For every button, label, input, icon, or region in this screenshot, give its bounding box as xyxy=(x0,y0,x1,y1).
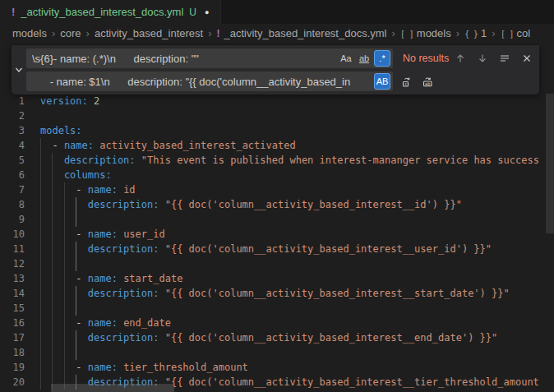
regex-button[interactable]: .* xyxy=(374,50,390,67)
code-line[interactable]: 1version: 2 xyxy=(0,94,554,108)
line-content: - name: tier_threshold_amount xyxy=(40,360,248,375)
breadcrumb-item-6[interactable]: [ ]col xyxy=(501,27,531,39)
breadcrumb-item-5[interactable]: { }1 xyxy=(464,27,487,39)
selection-lines-icon xyxy=(499,53,510,64)
code-line[interactable]: 19- name: tier_threshold_amount xyxy=(0,360,554,375)
line-number: 7 xyxy=(0,182,40,197)
indent-guide xyxy=(52,182,63,197)
arrow-up-icon xyxy=(455,53,466,64)
indent-guide xyxy=(76,330,87,345)
indent-guide xyxy=(76,242,87,256)
code-token: "{{ doc('column__activity_based_interest… xyxy=(165,288,510,299)
horizontal-scrollbar[interactable] xyxy=(51,384,174,392)
line-number: 3 xyxy=(0,123,40,138)
indent-guide xyxy=(52,286,63,301)
indent-guide xyxy=(52,360,63,375)
symbol-icon: [ ] xyxy=(400,29,413,39)
svg-text:ab: ab xyxy=(425,81,431,85)
code-line[interactable]: 17description: "{{ doc('column__activity… xyxy=(0,330,554,345)
indent-guide xyxy=(76,212,87,227)
line-content: - name: user_id xyxy=(40,227,165,242)
replace-button[interactable]: c xyxy=(399,73,415,90)
line-content: description: "{{ doc('column__activity_b… xyxy=(40,330,497,345)
code-line[interactable]: 18 xyxy=(0,345,554,360)
replace-input[interactable]: - name: $1\n description: "{{ doc('colum… xyxy=(26,71,393,91)
breadcrumb-item-4[interactable]: [ ]models xyxy=(400,27,451,39)
code-line[interactable]: 8description: "{{ doc('column__activity_… xyxy=(0,197,554,212)
arrow-down-icon xyxy=(477,53,488,64)
toggle-replace-button[interactable] xyxy=(12,48,26,91)
find-previous-button[interactable] xyxy=(452,50,469,67)
indent-guide xyxy=(40,360,52,375)
find-next-button[interactable] xyxy=(474,50,491,67)
indent-guide xyxy=(52,256,63,271)
vertical-scrollbar[interactable] xyxy=(546,94,554,233)
indent-guide xyxy=(40,153,52,168)
breadcrumb-item-1[interactable]: core xyxy=(60,27,81,39)
replace-row: - name: $1\n description: "{{ doc('colum… xyxy=(26,71,535,91)
line-content: description: "{{ doc('column__activity_b… xyxy=(40,242,492,256)
replace-all-button[interactable]: ab xyxy=(420,73,436,90)
line-number: 4 xyxy=(0,138,40,153)
code-line[interactable]: 10- name: user_id xyxy=(0,227,554,242)
preserve-case-button[interactable]: AB xyxy=(374,73,390,90)
indent-guide xyxy=(64,316,76,330)
line-number: 16 xyxy=(0,316,40,330)
breadcrumb-label: models xyxy=(12,27,47,39)
breadcrumb-separator: › xyxy=(456,27,459,39)
code-token: name: xyxy=(88,273,118,284)
code-line[interactable]: 7- name: id xyxy=(0,182,554,197)
code-line[interactable]: 5description: "This event is published w… xyxy=(0,153,554,168)
code-token: description: xyxy=(64,154,136,166)
indent-guide xyxy=(40,330,52,345)
code-token: models: xyxy=(40,125,82,136)
line-number: 15 xyxy=(0,301,40,316)
indent-guide xyxy=(64,242,76,256)
code-line[interactable]: 9 xyxy=(0,212,554,227)
line-number: 11 xyxy=(0,242,40,256)
code-line[interactable]: 6columns: xyxy=(0,168,554,182)
vscode-window: ! _activity_based_interest_docs.yml U ● … xyxy=(0,0,554,392)
indent-guide xyxy=(40,212,52,227)
code-line[interactable]: 2 xyxy=(0,108,554,123)
indent-guide xyxy=(52,316,63,330)
indent-guide xyxy=(76,345,87,360)
indent-guide xyxy=(76,301,87,316)
find-in-selection-button[interactable] xyxy=(496,50,513,67)
breadcrumb-item-2[interactable]: activity_based_interest xyxy=(95,27,203,39)
code-token: "{{ doc('column__activity_based_interest… xyxy=(165,243,492,255)
close-find-button[interactable] xyxy=(519,50,535,67)
code-line[interactable]: 13- name: start_date xyxy=(0,271,554,286)
code-line[interactable]: 14description: "{{ doc('column__activity… xyxy=(0,286,554,301)
code-token: "{{ doc('column__activity_based_interest… xyxy=(165,376,539,388)
replace-icon: c xyxy=(401,76,413,88)
indent-guide xyxy=(40,345,52,360)
match-case-button[interactable]: Aa xyxy=(338,50,354,67)
indent-guide xyxy=(40,227,52,242)
find-results-status: No results xyxy=(403,53,449,64)
modified-dot-icon[interactable]: ● xyxy=(205,8,209,16)
line-content: columns: xyxy=(40,168,112,182)
code-token: id xyxy=(123,184,135,196)
breadcrumb-item-3[interactable]: !_activity_based_interest_docs.yml xyxy=(217,27,387,39)
svg-text:c: c xyxy=(404,81,407,86)
code-line[interactable]: 4- name: activity_based_interest_activat… xyxy=(0,138,554,153)
indent-guide xyxy=(52,227,63,242)
breadcrumb-item-0[interactable]: models xyxy=(12,27,47,39)
whole-word-button[interactable]: ab xyxy=(356,50,372,67)
code-line[interactable]: 12 xyxy=(0,256,554,271)
find-input[interactable]: \s{6}- name: (.*)\n description: "" Aa a… xyxy=(26,48,393,68)
indent-guide xyxy=(52,301,63,316)
code-line[interactable]: 16- name: end_date xyxy=(0,316,554,330)
code-line[interactable]: 15 xyxy=(0,301,554,316)
code-line[interactable]: 3models: xyxy=(0,123,554,138)
code-token: description: xyxy=(88,288,159,299)
tab-activity-docs[interactable]: ! _activity_based_interest_docs.yml U ● xyxy=(0,0,221,24)
indent-guide xyxy=(40,256,52,271)
code-line[interactable]: 11description: "{{ doc('column__activity… xyxy=(0,242,554,256)
indent-guide xyxy=(76,256,87,271)
code-editor[interactable]: \s{6}- name: (.*)\n description: "" Aa a… xyxy=(0,43,554,392)
line-number: 6 xyxy=(0,168,40,182)
breadcrumb-separator: › xyxy=(86,27,90,39)
indent-guide xyxy=(64,286,76,301)
